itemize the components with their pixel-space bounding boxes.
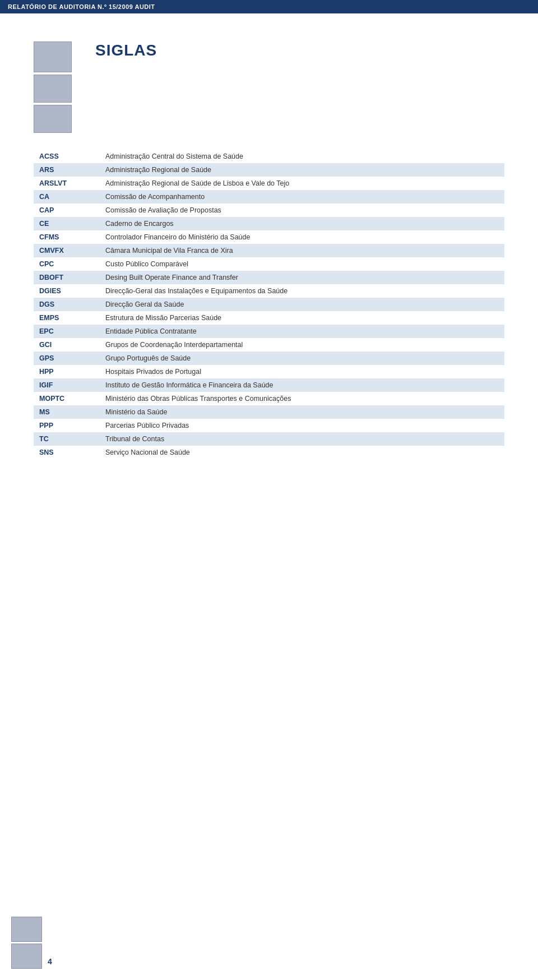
acronym-code: ARSLVT <box>34 177 101 190</box>
acronym-description: Comissão de Acompanhamento <box>101 190 504 204</box>
acronym-code: PPP <box>34 419 101 432</box>
acronym-code: GCI <box>34 338 101 352</box>
acronym-description: Custo Público Comparável <box>101 257 504 271</box>
top-section: SIGLAS <box>34 36 504 133</box>
acronym-description: Administração Regional de Saúde <box>101 163 504 177</box>
footer-images <box>11 917 42 969</box>
acronym-code: CMVFX <box>34 244 101 257</box>
table-row: SNSServiço Nacional de Saúde <box>34 446 504 459</box>
acronym-description: Administração Central do Sistema de Saúd… <box>101 150 504 163</box>
acronym-description: Serviço Nacional de Saúde <box>101 446 504 459</box>
acronym-description: Ministério da Saúde <box>101 405 504 419</box>
acronym-code: CE <box>34 217 101 230</box>
header-title: Relatório de Auditoria N.º 15/2009 AUDIT <box>8 3 155 10</box>
acronym-code: MOPTC <box>34 392 101 405</box>
acronym-code: DGS <box>34 298 101 311</box>
acronym-code: HPP <box>34 365 101 378</box>
acronym-description: Direcção-Geral das Instalações e Equipam… <box>101 284 504 298</box>
acronym-code: CPC <box>34 257 101 271</box>
table-row: ACSSAdministração Central do Sistema de … <box>34 150 504 163</box>
acronym-code: ARS <box>34 163 101 177</box>
table-row: HPPHospitais Privados de Portugal <box>34 365 504 378</box>
acronym-description: Direcção Geral da Saúde <box>101 298 504 311</box>
acronym-code: MS <box>34 405 101 419</box>
acronym-code: GPS <box>34 352 101 365</box>
acronym-code: DGIES <box>34 284 101 298</box>
page-header: Relatório de Auditoria N.º 15/2009 AUDIT <box>0 0 538 13</box>
footer-image-1 <box>11 917 42 942</box>
acronym-description: Grupos de Coordenação Interdepartamental <box>101 338 504 352</box>
acronym-description: Tribunal de Contas <box>101 432 504 446</box>
page-footer: 4 <box>0 917 538 969</box>
title-area: SIGLAS <box>95 36 157 59</box>
page-number: 4 <box>48 957 52 966</box>
decorative-image-3 <box>34 105 72 133</box>
table-row: DGSDirecção Geral da Saúde <box>34 298 504 311</box>
acronym-description: Controlador Financeiro do Ministério da … <box>101 230 504 244</box>
decorative-image-2 <box>34 75 72 103</box>
acronym-code: DBOFT <box>34 271 101 284</box>
acronym-code: CA <box>34 190 101 204</box>
acronym-description: Desing Built Operate Finance and Transfe… <box>101 271 504 284</box>
acronym-code: TC <box>34 432 101 446</box>
decorative-image-1 <box>34 41 72 72</box>
page-content: SIGLAS ACSSAdministração Central do Sist… <box>0 13 538 482</box>
table-row: DBOFTDesing Built Operate Finance and Tr… <box>34 271 504 284</box>
table-row: PPPParcerias Público Privadas <box>34 419 504 432</box>
acronym-description: Estrutura de Missão Parcerias Saúde <box>101 311 504 325</box>
acronym-code: CFMS <box>34 230 101 244</box>
table-row: MSMinistério da Saúde <box>34 405 504 419</box>
acronym-description: Comissão de Avaliação de Propostas <box>101 204 504 217</box>
acronym-code: SNS <box>34 446 101 459</box>
table-row: CAPComissão de Avaliação de Propostas <box>34 204 504 217</box>
acronym-description: Ministério das Obras Públicas Transporte… <box>101 392 504 405</box>
acronym-description: Entidade Pública Contratante <box>101 325 504 338</box>
acronym-description: Hospitais Privados de Portugal <box>101 365 504 378</box>
acronym-code: EPC <box>34 325 101 338</box>
table-row: ARSLVTAdministração Regional de Saúde de… <box>34 177 504 190</box>
table-row: DGIESDirecção-Geral das Instalações e Eq… <box>34 284 504 298</box>
table-row: EMPSEstrutura de Missão Parcerias Saúde <box>34 311 504 325</box>
table-row: TCTribunal de Contas <box>34 432 504 446</box>
footer-image-2 <box>11 944 42 969</box>
table-row: MOPTCMinistério das Obras Públicas Trans… <box>34 392 504 405</box>
acronym-code: ACSS <box>34 150 101 163</box>
table-row: CMVFXCâmara Municipal de Vila Franca de … <box>34 244 504 257</box>
table-row: CAComissão de Acompanhamento <box>34 190 504 204</box>
acronym-description: Grupo Português de Saúde <box>101 352 504 365</box>
decorative-images <box>34 41 78 133</box>
acronym-code: IGIF <box>34 378 101 392</box>
table-row: EPCEntidade Pública Contratante <box>34 325 504 338</box>
acronym-description: Administração Regional de Saúde de Lisbo… <box>101 177 504 190</box>
table-row: GPSGrupo Português de Saúde <box>34 352 504 365</box>
table-row: CPCCusto Público Comparável <box>34 257 504 271</box>
table-row: CFMSControlador Financeiro do Ministério… <box>34 230 504 244</box>
table-row: ARSAdministração Regional de Saúde <box>34 163 504 177</box>
acronyms-table: ACSSAdministração Central do Sistema de … <box>34 150 504 459</box>
table-row: GCIGrupos de Coordenação Interdepartamen… <box>34 338 504 352</box>
table-row: IGIFInstituto de Gestão Informática e Fi… <box>34 378 504 392</box>
acronym-code: CAP <box>34 204 101 217</box>
acronym-description: Caderno de Encargos <box>101 217 504 230</box>
table-row: CECaderno de Encargos <box>34 217 504 230</box>
acronym-description: Instituto de Gestão Informática e Financ… <box>101 378 504 392</box>
acronym-code: EMPS <box>34 311 101 325</box>
acronym-description: Parcerias Público Privadas <box>101 419 504 432</box>
acronym-description: Câmara Municipal de Vila Franca de Xira <box>101 244 504 257</box>
page-title: SIGLAS <box>95 41 157 59</box>
